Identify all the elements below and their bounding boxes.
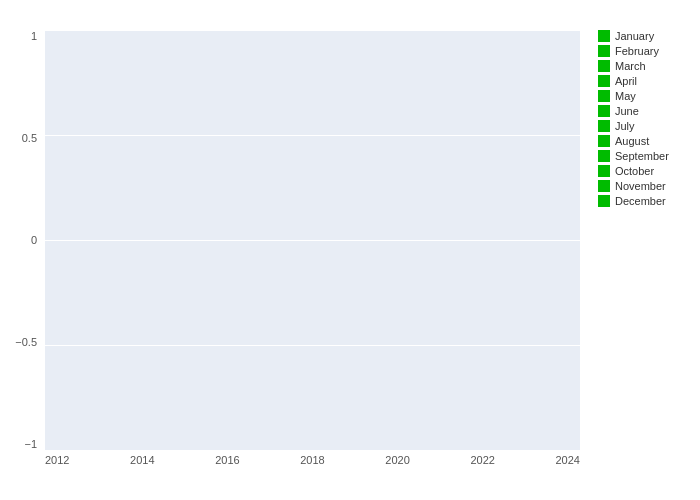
legend-color-box <box>598 165 610 177</box>
chart-area: 1 0.5 0 −0.5 −1 2012 2014 2016 2018 2020… <box>10 30 690 470</box>
legend-item: May <box>598 90 690 102</box>
chart-container: 1 0.5 0 −0.5 −1 2012 2014 2016 2018 2020… <box>0 0 700 500</box>
x-label-2022: 2022 <box>470 454 494 470</box>
y-axis: 1 0.5 0 −0.5 −1 <box>10 30 45 470</box>
grid-line-75 <box>45 345 580 346</box>
legend-item: June <box>598 105 690 117</box>
legend-item: March <box>598 60 690 72</box>
legend-color-box <box>598 180 610 192</box>
legend-label-text: March <box>615 60 646 72</box>
legend-item: September <box>598 150 690 162</box>
y-label-05: 0.5 <box>22 132 37 144</box>
legend-item: February <box>598 45 690 57</box>
legend-label-text: May <box>615 90 636 102</box>
legend-label-text: November <box>615 180 666 192</box>
x-label-2014: 2014 <box>130 454 154 470</box>
grid-line-25 <box>45 135 580 136</box>
legend: JanuaryFebruaryMarchAprilMayJuneJulyAugu… <box>580 30 690 470</box>
legend-label-text: July <box>615 120 635 132</box>
legend-color-box <box>598 120 610 132</box>
legend-color-box <box>598 30 610 42</box>
legend-label-text: June <box>615 105 639 117</box>
legend-label-text: April <box>615 75 637 87</box>
y-label-neg1: −1 <box>24 438 37 450</box>
legend-color-box <box>598 90 610 102</box>
legend-color-box <box>598 105 610 117</box>
y-label-neg05: −0.5 <box>15 336 37 348</box>
x-label-2024: 2024 <box>555 454 579 470</box>
legend-color-box <box>598 150 610 162</box>
grid-line-bottom <box>45 450 580 451</box>
legend-item: October <box>598 165 690 177</box>
legend-item: July <box>598 120 690 132</box>
x-axis: 2012 2014 2016 2018 2020 2022 2024 <box>45 450 580 470</box>
legend-label-text: September <box>615 150 669 162</box>
legend-item: January <box>598 30 690 42</box>
legend-item: November <box>598 180 690 192</box>
legend-item: December <box>598 195 690 207</box>
x-label-2012: 2012 <box>45 454 69 470</box>
x-label-2018: 2018 <box>300 454 324 470</box>
legend-color-box <box>598 60 610 72</box>
legend-label-text: October <box>615 165 654 177</box>
legend-color-box <box>598 45 610 57</box>
legend-color-box <box>598 195 610 207</box>
plot-area <box>45 30 580 450</box>
legend-color-box <box>598 75 610 87</box>
legend-item: August <box>598 135 690 147</box>
legend-label-text: February <box>615 45 659 57</box>
y-label-0: 0 <box>31 234 37 246</box>
legend-label-text: January <box>615 30 654 42</box>
plot-and-x: 2012 2014 2016 2018 2020 2022 2024 <box>45 30 580 470</box>
legend-label-text: December <box>615 195 666 207</box>
grid-line-top <box>45 30 580 31</box>
legend-label-text: August <box>615 135 649 147</box>
x-label-2020: 2020 <box>385 454 409 470</box>
grid-line-50 <box>45 240 580 241</box>
legend-color-box <box>598 135 610 147</box>
y-label-1: 1 <box>31 30 37 42</box>
x-label-2016: 2016 <box>215 454 239 470</box>
legend-item: April <box>598 75 690 87</box>
